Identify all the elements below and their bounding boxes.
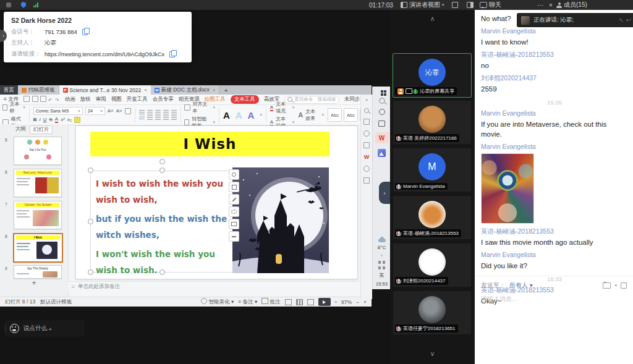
italic-button[interactable]: I	[39, 117, 40, 122]
insert-textbox-button[interactable]: 文本框▾	[2, 101, 25, 114]
fullscreen-button[interactable]	[452, 0, 458, 10]
menu-slideshow[interactable]: 放映	[80, 96, 91, 103]
clear-format-icon[interactable]	[125, 108, 131, 114]
chat-more-button[interactable]: ···	[537, 0, 543, 10]
distribute-button[interactable]	[171, 116, 177, 120]
participant-tile-screenshare[interactable]: 沁霏 沁霏的屏幕共享	[393, 53, 472, 98]
menu-view[interactable]: 视图	[111, 96, 122, 103]
wps-doc-tab-active[interactable]: P Science and T...e 30 Nov 2022 ×	[59, 85, 151, 95]
slide-thumbnail-7[interactable]: I Scream, You Scream	[14, 201, 62, 229]
align-text-button[interactable]: 对齐文本▾	[184, 101, 215, 114]
participant-tile[interactable]: M Marvin Evangelista	[393, 148, 471, 192]
participant-tile[interactable]: 英语任曼宁2018213651	[393, 291, 471, 334]
menu-text-tools-active[interactable]: 文本工具	[231, 95, 259, 104]
bullet-list-button[interactable]	[139, 110, 145, 114]
zoom-in-button[interactable]: +	[363, 299, 367, 305]
wps-doc-tab-1[interactable]: 找稿思维板	[18, 85, 59, 95]
underline-button[interactable]: U	[43, 117, 47, 122]
bottom-center-handle[interactable]	[159, 269, 165, 275]
tray-network-icon[interactable]	[383, 261, 385, 264]
outline-tab[interactable]: 大纲	[15, 125, 26, 134]
scroll-down-chevron[interactable]: ∨	[390, 350, 475, 358]
superscript-button[interactable]: x²	[61, 117, 65, 122]
zoom-out-button[interactable]: −	[356, 299, 359, 305]
cortana-icon[interactable]	[379, 109, 385, 115]
top-left-handle[interactable]	[88, 167, 93, 173]
close-tab-icon[interactable]: ×	[144, 87, 147, 93]
chat-input[interactable]: 请输入消息...	[481, 295, 627, 303]
members-tab[interactable]: 成员(15)	[556, 0, 587, 10]
participant-tile[interactable]: 刘泽熙2020214437	[393, 243, 471, 287]
send-file-icon[interactable]	[603, 282, 611, 289]
decrease-font-icon[interactable]: A˅	[116, 108, 122, 114]
rectangle-tool-icon[interactable]	[229, 219, 239, 229]
task-view-icon[interactable]	[378, 121, 385, 127]
slide-title[interactable]: I Wish	[90, 132, 329, 156]
justify-button[interactable]	[163, 116, 169, 120]
quick-access-icons[interactable]: ↶ ↷	[23, 96, 59, 103]
chat-tab[interactable]: 聊天	[480, 0, 501, 10]
shape-tool-icon[interactable]	[229, 182, 239, 192]
quick-message-bar[interactable]: 说点什么... ‹	[5, 320, 85, 337]
weather-cloud-icon[interactable]	[378, 239, 386, 242]
number-list-button[interactable]	[147, 110, 153, 114]
decrease-indent-button[interactable]	[155, 110, 161, 114]
properties-pane-icon[interactable]	[363, 119, 370, 125]
participant-tile[interactable]: 英语-杨峻涵-2018213553	[393, 196, 471, 239]
wps-logo-icon[interactable]: W	[364, 154, 370, 160]
weather-temperature[interactable]: 8°C	[378, 245, 386, 250]
pen-tool-icon[interactable]	[229, 194, 239, 205]
menu-devtools[interactable]: 开发工具	[127, 96, 148, 103]
slide-canvas[interactable]: I Wish I wish to wish the wish you wish …	[75, 125, 358, 279]
normal-view-icon[interactable]	[285, 299, 292, 305]
view-mode-selector[interactable]: 演讲者视图▾	[401, 0, 444, 10]
close-tab-icon[interactable]: ×	[213, 87, 216, 93]
panel-expand-arrow[interactable]: ›	[379, 182, 390, 204]
send-to-selector[interactable]: 所有人 ▾	[509, 281, 533, 290]
wps-doc-tab-3[interactable]: W 新建 DOC 文档.docx ×	[151, 85, 220, 95]
align-left-button[interactable]	[139, 116, 145, 120]
tray-volume-icon[interactable]	[378, 266, 381, 269]
new-tab-button[interactable]: +	[219, 85, 232, 95]
play-slideshow-button[interactable]	[318, 298, 331, 306]
menu-review[interactable]: 审阅	[96, 96, 106, 103]
reading-view-icon[interactable]	[307, 299, 314, 305]
taskbar-search-icon[interactable]	[379, 98, 385, 104]
participant-tile[interactable]: 英语 吴婷婷2022217186	[393, 101, 471, 144]
text-style-black[interactable]: A	[223, 110, 230, 121]
highlight-button[interactable]	[74, 117, 80, 123]
slide-thumbnail-8-selected[interactable]: I Wish	[13, 233, 63, 263]
wps-app-icon[interactable]: W	[375, 132, 389, 143]
text-fill-button[interactable]: A文本填充▾	[270, 101, 295, 114]
input-language-indicator[interactable]: 英	[380, 272, 384, 279]
scroll-up-chevron[interactable]: ∧	[390, 15, 475, 23]
tray-battery-icon[interactable]	[383, 266, 385, 269]
slide-text-box[interactable]: I wish to wish the wish you wish to wish…	[90, 171, 234, 273]
chat-close-button[interactable]: ×	[549, 0, 553, 10]
rotate-handle[interactable]	[159, 159, 165, 164]
font-size-select[interactable]: 24▾	[85, 107, 105, 115]
comments-button[interactable]: 批注	[261, 298, 280, 306]
tray-expand-icon[interactable]: ‹	[381, 253, 383, 258]
slide-thumbnail-5[interactable]: Say It for Fun	[14, 137, 62, 165]
find-icon[interactable]	[364, 108, 369, 113]
menu-membership[interactable]: 会员专享	[153, 96, 174, 103]
more-tools-icon[interactable]	[229, 231, 239, 242]
smart-beautify-button[interactable]: 智能美化 ▾	[201, 298, 234, 306]
help-pane-icon[interactable]	[363, 166, 370, 172]
top-center-handle[interactable]	[159, 167, 165, 173]
align-center-button[interactable]	[147, 116, 153, 120]
screenshot-icon[interactable]	[621, 282, 627, 289]
font-color-button[interactable]: A	[55, 116, 58, 123]
subscript-button[interactable]: x₂	[67, 117, 72, 122]
text-style-blue[interactable]: A	[248, 110, 255, 121]
laser-pointer-icon[interactable]	[229, 169, 239, 180]
line-spacing-button[interactable]	[171, 110, 177, 114]
font-family-select[interactable]: Comic Sans MS▾	[33, 107, 83, 115]
align-right-button[interactable]	[155, 116, 161, 120]
close-pane-icon[interactable]: ×	[365, 97, 368, 103]
increase-indent-button[interactable]	[163, 110, 169, 114]
sync-status[interactable]: 未同步	[344, 96, 360, 103]
text-effect-button[interactable]: A文本效果▾	[298, 108, 324, 122]
slide-thumbnail-9[interactable]: Say This Sharply	[14, 265, 62, 279]
